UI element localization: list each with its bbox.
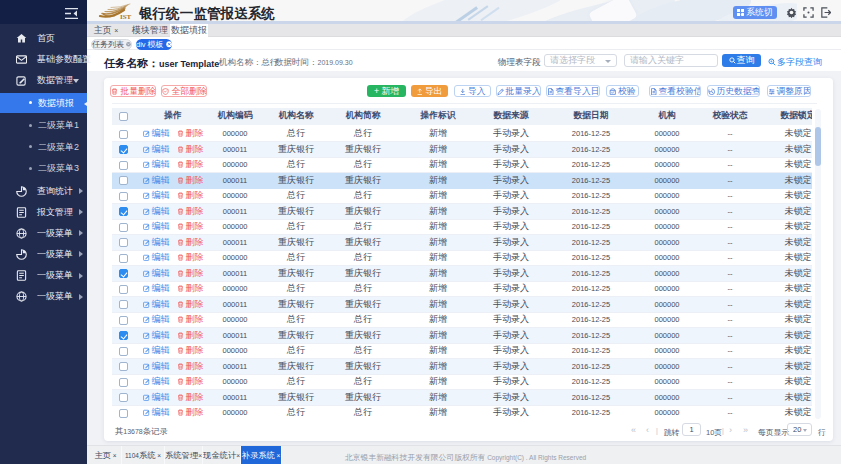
svg-text:IST: IST <box>120 13 132 20</box>
